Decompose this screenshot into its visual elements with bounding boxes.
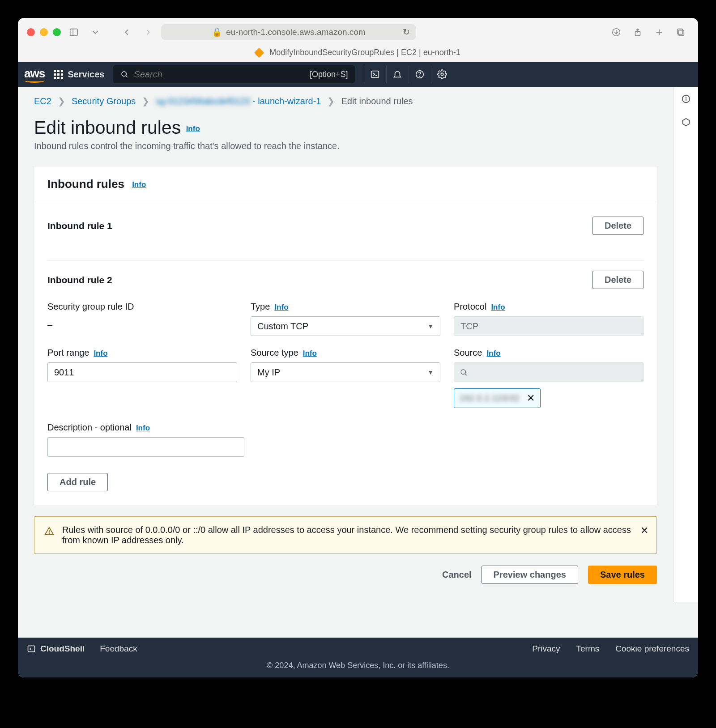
dismiss-warning-icon[interactable]: ✕ [640, 525, 648, 536]
footer-copyright: © 2024, Amazon Web Services, Inc. or its… [18, 657, 698, 677]
forward-icon[interactable] [140, 26, 157, 39]
search-hotkey: [Option+S] [310, 70, 348, 79]
minimize-window-icon[interactable] [40, 28, 48, 36]
field-protocol: ProtocolInfo TCP [454, 302, 644, 336]
rule-1-header: Inbound rule 1 Delete [47, 207, 644, 235]
tab-title: ModifyInboundSecurityGroupRules | EC2 | … [269, 48, 460, 57]
page-title: Edit inbound rules Info [34, 117, 657, 138]
caret-down-icon: ▼ [427, 369, 434, 376]
traffic-lights [27, 28, 61, 36]
fullscreen-window-icon[interactable] [53, 28, 61, 36]
source-type-label: Source type [251, 348, 298, 358]
help-icon[interactable] [409, 65, 430, 83]
cloudshell-icon[interactable] [364, 65, 385, 83]
protocol-info-link[interactable]: Info [491, 303, 505, 311]
source-type-info-link[interactable]: Info [303, 349, 317, 358]
footer-cookie-prefs[interactable]: Cookie preferences [615, 644, 689, 654]
rule-1-title: Inbound rule 1 [47, 221, 112, 231]
breadcrumb-group[interactable]: sg-0123456abcdef0123 - launch-wizard-1 [156, 96, 321, 106]
address-text: eu-north-1.console.aws.amazon.com [226, 27, 366, 37]
new-tab-icon[interactable] [651, 26, 668, 39]
settings-icon[interactable] [431, 65, 452, 83]
save-rules-button[interactable]: Save rules [588, 566, 657, 584]
rule-1-body [47, 235, 644, 261]
svg-point-15 [419, 76, 420, 77]
breadcrumb-security-groups[interactable]: Security Groups [72, 96, 136, 106]
port-input[interactable] [47, 362, 237, 382]
footer-privacy[interactable]: Privacy [532, 644, 560, 654]
footer-cloudshell[interactable]: CloudShell [27, 644, 85, 654]
close-window-icon[interactable] [27, 28, 35, 36]
sidebar-icon[interactable] [65, 26, 82, 39]
inbound-rules-panel: Inbound rules Info Inbound rule 1 Delete… [34, 166, 657, 505]
footer-feedback[interactable]: Feedback [100, 644, 137, 654]
field-source: SourceInfo 192.0.2.123/32 ✕ [454, 348, 644, 408]
chevron-right-icon: ❯ [142, 96, 149, 106]
share-icon[interactable] [629, 26, 646, 39]
svg-point-17 [461, 370, 466, 375]
svg-rect-8 [678, 30, 684, 35]
title-info-link[interactable]: Info [186, 124, 200, 133]
chevron-right-icon: ❯ [58, 96, 65, 106]
source-label: Source [454, 348, 482, 358]
info-icon[interactable] [681, 94, 691, 106]
svg-point-24 [686, 97, 686, 98]
breadcrumb-ec2[interactable]: EC2 [34, 96, 51, 106]
tabs-icon[interactable] [672, 26, 689, 39]
aws-favicon-icon [254, 48, 264, 58]
hexagon-icon[interactable] [681, 117, 691, 129]
aws-footer: CloudShell Feedback Privacy Terms Cookie… [18, 638, 698, 677]
page-content: EC2 ❯ Security Groups ❯ sg-0123456abcdef… [18, 87, 673, 602]
svg-rect-9 [678, 29, 683, 34]
downloads-icon[interactable] [608, 26, 625, 39]
svg-point-10 [122, 72, 127, 77]
right-help-rail [673, 87, 698, 602]
type-info-link[interactable]: Info [274, 303, 288, 311]
services-menu[interactable]: Services [54, 69, 104, 80]
refresh-icon[interactable]: ↻ [403, 27, 410, 37]
source-info-link[interactable]: Info [486, 349, 500, 358]
caret-down-icon: ▼ [427, 323, 434, 330]
footer-terms[interactable]: Terms [576, 644, 600, 654]
aws-logo[interactable]: aws [24, 67, 45, 82]
source-type-select[interactable]: My IP▼ [251, 362, 440, 382]
add-rule-button[interactable]: Add rule [47, 473, 108, 491]
chevron-right-icon: ❯ [327, 96, 335, 106]
lock-icon: 🔒 [212, 27, 222, 37]
sg-rule-id-value: – [47, 316, 237, 330]
port-label: Port range [47, 348, 89, 358]
type-select[interactable]: Custom TCP▼ [251, 316, 440, 336]
tab-title-bar: ModifyInboundSecurityGroupRules | EC2 | … [18, 46, 698, 62]
breadcrumb-current: Edit inbound rules [341, 96, 413, 106]
browser-chrome: 🔒 eu-north-1.console.aws.amazon.com ↻ [18, 18, 698, 46]
description-input[interactable] [47, 437, 244, 457]
rule-2-title: Inbound rule 2 [47, 275, 112, 285]
port-info-link[interactable]: Info [94, 349, 107, 358]
notifications-icon[interactable] [386, 65, 408, 83]
svg-point-16 [441, 73, 443, 76]
search-input[interactable] [134, 69, 309, 80]
source-ip-chip: 192.0.2.123/32 ✕ [454, 388, 541, 408]
back-icon[interactable] [118, 26, 135, 39]
remove-source-icon[interactable]: ✕ [527, 392, 535, 404]
grid-icon [54, 70, 63, 79]
rule-1-delete-button[interactable]: Delete [592, 217, 644, 235]
rule-2-delete-button[interactable]: Delete [592, 271, 644, 289]
chevron-down-icon[interactable] [87, 26, 104, 39]
svg-marker-25 [682, 119, 689, 126]
address-bar[interactable]: 🔒 eu-north-1.console.aws.amazon.com ↻ [161, 24, 416, 40]
source-search [454, 362, 644, 382]
field-port-range: Port rangeInfo [47, 348, 237, 408]
nav-search[interactable]: [Option+S] [113, 65, 355, 83]
services-label: Services [68, 69, 104, 80]
svg-line-18 [465, 374, 467, 375]
protocol-value: TCP [454, 316, 644, 336]
panel-info-link[interactable]: Info [132, 180, 146, 189]
cancel-button[interactable]: Cancel [442, 570, 472, 580]
page-actions: Cancel Preview changes Save rules [34, 566, 657, 584]
preview-changes-button[interactable]: Preview changes [482, 566, 578, 584]
field-source-type: Source typeInfo My IP▼ [251, 348, 440, 408]
rule-2-header: Inbound rule 2 Delete [47, 261, 644, 289]
svg-point-21 [49, 533, 49, 533]
description-info-link[interactable]: Info [136, 424, 150, 432]
